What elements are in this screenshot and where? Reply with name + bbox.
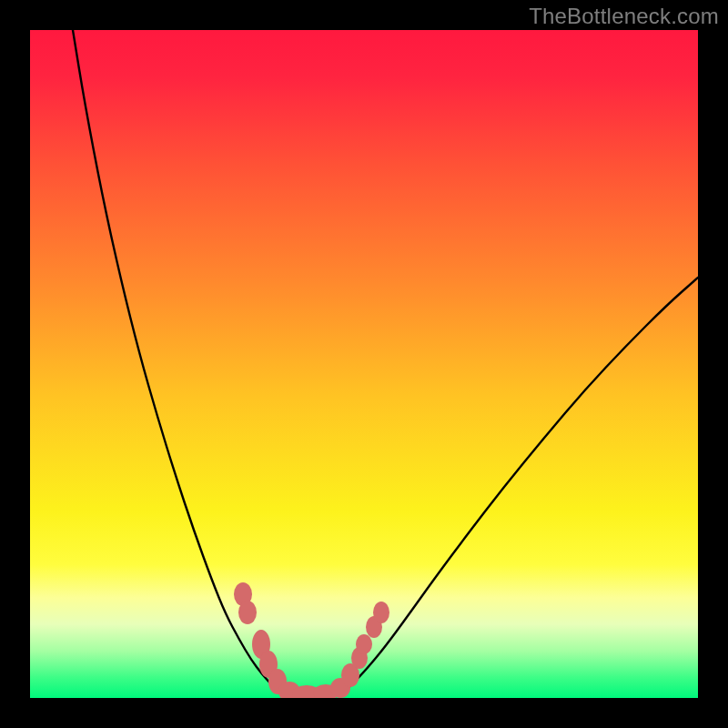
plot-area <box>30 30 698 698</box>
marker-point <box>373 602 389 623</box>
marker-point <box>238 601 257 624</box>
chart-frame: TheBottleneck.com <box>0 0 728 728</box>
markers <box>234 582 389 698</box>
watermark-text: TheBottleneck.com <box>529 4 719 29</box>
right-curve <box>341 278 698 694</box>
marker-point <box>356 634 372 654</box>
curves-layer <box>30 30 698 698</box>
